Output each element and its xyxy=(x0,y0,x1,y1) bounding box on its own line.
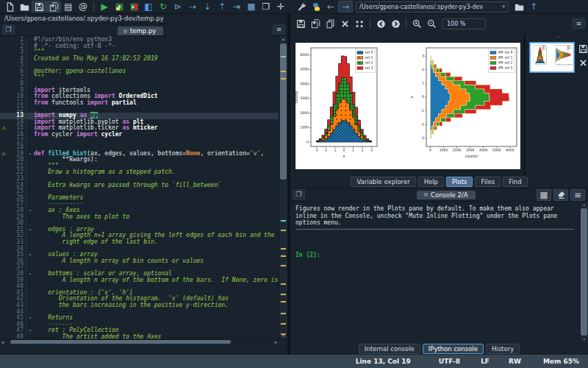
scroll-down-icon[interactable]: ▾ xyxy=(279,333,287,339)
code-line-17[interactable]: 17 xyxy=(0,138,279,145)
debug-continue-icon[interactable]: ⇥ xyxy=(229,1,244,13)
zoom-out-icon[interactable] xyxy=(424,18,439,29)
step-over-icon[interactable]: ⇢ xyxy=(185,1,200,13)
thumbnail-remove-icon[interactable] xyxy=(578,58,588,67)
next-plot-icon[interactable] xyxy=(388,18,403,29)
parent-directory-icon[interactable]: ↑ xyxy=(526,1,541,13)
tab-find[interactable]: Find xyxy=(503,177,527,187)
save-plot-icon[interactable] xyxy=(293,18,308,29)
editor-footer-spacer xyxy=(0,345,287,355)
remove-plot-icon[interactable] xyxy=(337,18,352,29)
code-line-16[interactable]: 16from cycler import cycler xyxy=(0,132,279,138)
code-line-4[interactable]: 4Created on Thu May 16 17:02:53 2019 xyxy=(0,56,279,63)
save-file-icon[interactable] xyxy=(32,1,46,13)
run-cell-advance-icon[interactable] xyxy=(126,1,141,13)
browse-tabs-icon[interactable]: ❐ xyxy=(2,24,15,35)
remove-all-variables-icon[interactable] xyxy=(553,189,568,201)
back-icon[interactable]: ← xyxy=(323,1,338,13)
tab-ipython-console[interactable]: IPython console xyxy=(423,344,484,354)
editor-options-icon[interactable]: ≡ xyxy=(273,24,285,35)
code-line-7[interactable]: 7""" xyxy=(0,75,279,82)
fullscreen-icon[interactable]: ✛ xyxy=(273,1,288,13)
scroll-right-icon[interactable]: ▸ xyxy=(275,339,277,345)
console-options-icon[interactable]: ≡ xyxy=(570,189,585,201)
code-fold-icon[interactable]: ▾ xyxy=(26,328,34,334)
line-number: 4 xyxy=(7,56,26,63)
editor-vertical-scrollbar[interactable]: ▴ ▾ xyxy=(279,36,287,339)
scrollbar-flag xyxy=(281,323,286,325)
chevron-down-icon: ▾ xyxy=(502,4,505,10)
python-environment-icon[interactable] xyxy=(309,1,323,13)
scroll-up-icon[interactable]: ▴ xyxy=(580,202,588,208)
stop-debug-icon[interactable]: ■ xyxy=(244,1,259,13)
preferences-wrench-icon[interactable] xyxy=(294,1,309,13)
code-line-33[interactable]: 33 right edge of the last bin. xyxy=(0,239,279,246)
working-directory-combo[interactable]: /Users/gpena-castellanos/.spyder-py3-dev… xyxy=(356,1,509,13)
debug-file-icon[interactable]: ⊳ xyxy=(171,1,185,13)
re-run-cell-icon[interactable]: ↻ xyxy=(156,1,171,13)
code-line-29[interactable]: 29 The axes to plot to xyxy=(0,214,279,221)
tab-plots[interactable]: Plots xyxy=(446,177,473,187)
scroll-left-icon[interactable]: ◂ xyxy=(1,339,4,345)
code-editor[interactable]: 1#!/usr/bin/env python32# -*- coding: ut… xyxy=(0,36,287,339)
tab-variable-explorer[interactable]: Variable explorer xyxy=(351,177,415,187)
run-file-icon[interactable]: ▶ xyxy=(97,1,112,13)
code-fold-icon[interactable]: ▾ xyxy=(26,227,34,233)
file-switcher-icon[interactable]: ▤ xyxy=(61,1,76,13)
code-line-39[interactable]: 39 A length n array of the bottom of the… xyxy=(0,277,279,284)
code-fold-icon[interactable]: ▾ xyxy=(26,252,34,258)
step-return-icon[interactable]: ⇡ xyxy=(215,1,229,13)
code-line-22[interactable]: 22 Draw a histogram as a stepped patch. xyxy=(0,169,279,176)
right-pane-tabs: Variable explorerHelpPlotsFilesFind xyxy=(290,175,588,188)
tab-internal-console[interactable]: Internal console xyxy=(359,344,420,354)
previous-plot-icon[interactable] xyxy=(373,18,388,29)
thumbnail-save-icon[interactable] xyxy=(578,44,588,53)
scrollbar-thumb[interactable] xyxy=(280,43,287,180)
run-cell-icon[interactable] xyxy=(112,1,126,13)
open-working-directory-icon[interactable] xyxy=(512,1,526,13)
remove-all-plots-icon[interactable] xyxy=(352,18,367,29)
tab-help[interactable]: Help xyxy=(418,177,444,187)
scroll-up-icon[interactable]: ▴ xyxy=(279,36,287,42)
open-file-icon[interactable] xyxy=(17,1,32,13)
plot-thumbnail-selected[interactable] xyxy=(530,43,574,72)
forward-icon[interactable]: → xyxy=(338,1,353,13)
plots-zoom-level[interactable]: 100 % xyxy=(442,18,486,29)
code-fold-icon[interactable]: ▾ xyxy=(26,151,34,158)
zoom-in-icon[interactable] xyxy=(409,18,424,29)
code-line-36[interactable]: 36 A length n array of bin counts or val… xyxy=(0,258,279,265)
line-number: 3 xyxy=(7,49,26,56)
scrollbar-thumb[interactable] xyxy=(581,208,587,336)
step-into-icon[interactable]: ⇣ xyxy=(200,1,215,13)
splitter-handle[interactable]: ⌃ xyxy=(557,35,561,40)
scrollbar-flag xyxy=(281,301,286,302)
code-line-24[interactable]: 24 Extra kwargs are passed through to `f… xyxy=(0,183,279,189)
code-fold-icon[interactable]: ▾ xyxy=(26,208,34,214)
copy-plot-icon[interactable] xyxy=(323,18,337,29)
browse-tabs-icon[interactable]: ❐ xyxy=(293,189,305,199)
console-banner-text: Figures now render in the Plots pane by … xyxy=(295,205,574,227)
editor-horizontal-scrollbar[interactable]: ◂ ▸ xyxy=(0,339,287,345)
ipython-console[interactable]: Figures now render in the Plots pane by … xyxy=(290,202,588,342)
tab-console-2a[interactable]: Console 2/A xyxy=(417,191,476,199)
scroll-down-icon[interactable]: ▾ xyxy=(580,336,588,342)
save-all-plots-icon[interactable] xyxy=(308,18,323,29)
code-line-43[interactable]: 43 the bars increasing in the positive y… xyxy=(0,302,279,309)
maximize-pane-icon[interactable]: ❒ xyxy=(259,1,273,13)
code-line-11[interactable]: 11from functools import partial xyxy=(0,100,279,107)
tab-files[interactable]: Files xyxy=(475,177,501,187)
code-fold-icon[interactable]: ▾ xyxy=(26,271,34,277)
code-fold-icon[interactable]: ▾ xyxy=(26,315,34,322)
find-symbols-icon[interactable]: @ xyxy=(76,1,90,13)
tab-history[interactable]: History xyxy=(486,344,520,354)
tab-temp-py[interactable]: temp.py xyxy=(118,26,163,35)
scrollbar-thumb[interactable] xyxy=(10,340,231,344)
interrupt-kernel-icon[interactable]: ■ xyxy=(537,189,551,201)
scrollbar-flag xyxy=(281,220,286,222)
plots-options-icon[interactable]: ≡ xyxy=(573,18,585,29)
new-file-icon[interactable] xyxy=(2,1,17,13)
console-scrollbar[interactable]: ▴ ▾ xyxy=(579,202,588,342)
working-directory-value: /Users/gpena-castellanos/.spyder-py3-dev xyxy=(359,4,483,10)
run-selection-icon[interactable]: ◧ xyxy=(141,1,156,13)
save-all-icon[interactable] xyxy=(46,1,61,13)
